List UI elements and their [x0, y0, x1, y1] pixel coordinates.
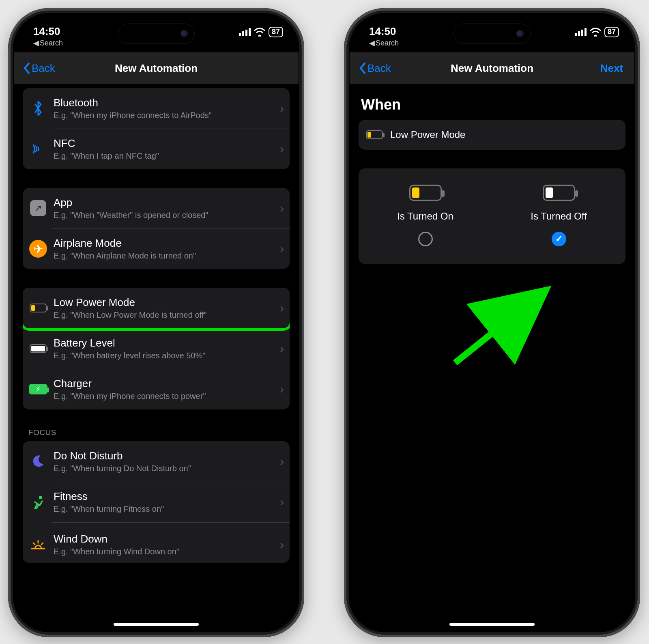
focus-group: Do Not Disturb E.g. "When turning Do Not…: [23, 441, 290, 563]
trigger-group: Low Power Mode E.g. "When Low Power Mode…: [23, 288, 290, 409]
battery-low-power-icon: [28, 298, 48, 318]
trigger-summary-row: Low Power Mode: [359, 120, 625, 150]
row-subtitle: E.g. "When battery level rises above 50%…: [54, 350, 277, 361]
row-title: Fitness: [54, 490, 277, 503]
chevron-right-icon: ›: [277, 495, 284, 509]
row-title: Bluetooth: [54, 96, 277, 110]
row-subtitle: E.g. "When turning Do Not Disturb on": [54, 463, 277, 474]
row-title: Battery Level: [54, 336, 277, 350]
automation-list[interactable]: Bluetooth E.g. "When my iPhone connects …: [14, 84, 299, 563]
row-subtitle: E.g. "When turning Wind Down on": [54, 546, 277, 557]
chevron-right-icon: ›: [277, 201, 284, 215]
status-time: 14:50: [369, 25, 399, 38]
row-title: Do Not Disturb: [54, 449, 277, 463]
option-is-turned-off[interactable]: Is Turned Off ✓: [492, 185, 625, 246]
breadcrumb-back-search[interactable]: ◀︎ Search: [369, 39, 399, 47]
radio-checked-icon[interactable]: ✓: [552, 232, 566, 246]
row-title: App: [54, 196, 277, 209]
battery-low-power-icon: [366, 130, 383, 139]
row-title: Charger: [54, 377, 277, 390]
row-subtitle: E.g. "When my iPhone connects to power": [54, 391, 277, 401]
nav-title: New Automation: [451, 62, 533, 75]
phone-frame-right: 14:50 ◀︎ Search 87 Back New Automation N…: [344, 8, 640, 637]
row-charger[interactable]: ⚡︎ Charger E.g. "When my iPhone connects…: [23, 369, 290, 409]
when-heading: When: [359, 88, 625, 120]
chevron-left-icon: [23, 62, 31, 74]
cellular-signal-icon: [575, 28, 587, 36]
row-subtitle: E.g. "When I tap an NFC tag": [54, 151, 277, 161]
row-subtitle: E.g. "When Low Power Mode is turned off": [54, 310, 277, 320]
phone-frame-left: 14:50 ◀︎ Search 87 Back New Automation: [8, 8, 304, 637]
row-title: Low Power Mode: [54, 296, 277, 309]
back-button[interactable]: Back: [359, 62, 391, 75]
chevron-left-icon: [359, 62, 367, 74]
bluetooth-icon: [28, 99, 48, 118]
wifi-icon: [590, 28, 601, 37]
nav-bar: Back New Automation: [14, 52, 299, 84]
chevron-right-icon: ›: [277, 142, 284, 156]
when-config: When Low Power Mode Is Turned On Is Turn…: [350, 84, 634, 264]
radio-unchecked-icon[interactable]: [418, 232, 433, 246]
row-title: NFC: [54, 137, 277, 150]
battery-off-icon: [543, 185, 575, 201]
status-time: 14:50: [33, 25, 63, 38]
breadcrumb-back-search[interactable]: ◀︎ Search: [33, 39, 63, 47]
option-is-turned-on[interactable]: Is Turned On: [359, 185, 492, 246]
nav-title: New Automation: [115, 62, 198, 75]
row-bluetooth[interactable]: Bluetooth E.g. "When my iPhone connects …: [23, 88, 290, 129]
row-battery-level[interactable]: Battery Level E.g. "When battery level r…: [23, 328, 290, 369]
trigger-label: Low Power Mode: [390, 129, 465, 141]
when-options: Is Turned On Is Turned Off ✓: [359, 168, 625, 264]
screen-left: 14:50 ◀︎ Search 87 Back New Automation: [14, 14, 299, 631]
row-wind-down[interactable]: Wind Down E.g. "When turning Wind Down o…: [23, 522, 290, 563]
trigger-summary-group: Low Power Mode: [359, 120, 625, 150]
screen-right: 14:50 ◀︎ Search 87 Back New Automation N…: [350, 14, 634, 631]
chevron-right-icon: ›: [277, 538, 284, 551]
dynamic-island: [453, 24, 531, 44]
battery-on-icon: [409, 185, 442, 201]
moon-icon: [28, 452, 48, 471]
row-subtitle: E.g. "When turning Fitness on": [54, 504, 277, 514]
row-title: Wind Down: [54, 532, 277, 546]
dynamic-island: [118, 24, 195, 44]
chevron-right-icon: ›: [277, 301, 284, 315]
row-app[interactable]: ↗ App E.g. "When "Weather" is opened or …: [23, 188, 290, 228]
chevron-right-icon: ›: [277, 342, 284, 355]
row-fitness[interactable]: Fitness E.g. "When turning Fitness on" ›: [23, 482, 290, 522]
charger-icon: ⚡︎: [28, 379, 48, 399]
option-label: Is Turned Off: [531, 211, 587, 222]
home-indicator[interactable]: [114, 623, 199, 626]
trigger-group: Bluetooth E.g. "When my iPhone connects …: [23, 88, 290, 169]
row-airplane[interactable]: ✈︎ Airplane Mode E.g. "When Airplane Mod…: [23, 228, 290, 269]
row-subtitle: E.g. "When my iPhone connects to AirPods…: [54, 110, 277, 121]
section-label-focus: FOCUS: [23, 428, 290, 441]
chevron-right-icon: ›: [277, 101, 284, 115]
nav-bar: Back New Automation Next: [350, 52, 634, 84]
row-subtitle: E.g. "When Airplane Mode is turned on": [54, 250, 277, 261]
row-low-power-mode[interactable]: Low Power Mode E.g. "When Low Power Mode…: [23, 288, 290, 328]
cellular-signal-icon: [239, 28, 251, 36]
sunset-icon: [28, 535, 48, 554]
chevron-right-icon: ›: [277, 454, 284, 468]
svg-point-0: [39, 496, 42, 499]
nfc-icon: [28, 139, 48, 159]
battery-icon: [28, 339, 48, 358]
home-indicator[interactable]: [449, 623, 535, 626]
fitness-icon: [28, 492, 48, 512]
back-button[interactable]: Back: [23, 62, 55, 75]
chevron-right-icon: ›: [277, 382, 284, 396]
airplane-icon: ✈︎: [28, 239, 48, 258]
row-subtitle: E.g. "When "Weather" is opened or closed…: [54, 210, 277, 220]
chevron-right-icon: ›: [277, 242, 284, 256]
chevron-left-icon: ◀︎: [369, 39, 375, 47]
trigger-group: ↗ App E.g. "When "Weather" is opened or …: [23, 188, 290, 269]
chevron-left-icon: ◀︎: [33, 39, 39, 47]
annotation-arrow-icon: [443, 282, 557, 371]
battery-status-icon: 87: [269, 27, 283, 37]
row-title: Airplane Mode: [54, 237, 277, 250]
wifi-icon: [254, 28, 265, 37]
next-button[interactable]: Next: [600, 62, 623, 75]
battery-status-icon: 87: [604, 27, 619, 37]
row-dnd[interactable]: Do Not Disturb E.g. "When turning Do Not…: [23, 441, 290, 482]
row-nfc[interactable]: NFC E.g. "When I tap an NFC tag" ›: [23, 129, 290, 169]
